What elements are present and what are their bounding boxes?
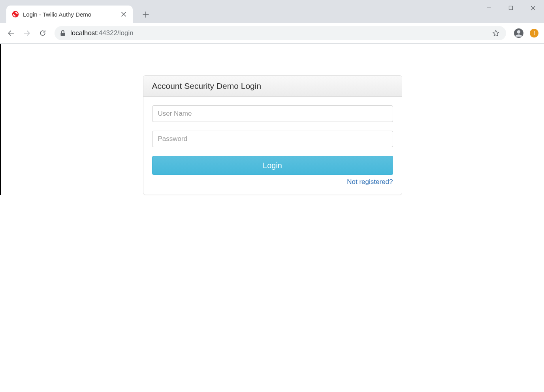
login-button[interactable]: Login [152, 156, 393, 175]
address-bar[interactable]: localhost:44322/login [55, 26, 506, 40]
browser-chrome: Login - Twilio Authy Demo [0, 0, 544, 44]
tab-title: Login - Twilio Authy Demo [23, 11, 119, 18]
lock-icon [59, 30, 66, 37]
back-button[interactable] [4, 26, 18, 40]
window-maximize-button[interactable] [500, 0, 522, 16]
window-close-button[interactable] [522, 0, 544, 16]
page-viewport: Account Security Demo Login Login Not re… [0, 44, 544, 195]
not-registered-link[interactable]: Not registered? [152, 178, 393, 186]
bookmark-star-icon[interactable] [490, 28, 501, 39]
username-input[interactable] [152, 105, 393, 122]
panel-body: Login Not registered? [143, 97, 402, 195]
password-input[interactable] [152, 131, 393, 147]
login-panel: Account Security Demo Login Login Not re… [143, 75, 402, 195]
tab-close-icon[interactable] [119, 10, 128, 19]
reload-button[interactable] [36, 26, 50, 40]
svg-rect-2 [61, 33, 65, 36]
svg-point-4 [517, 30, 521, 34]
window-minimize-button[interactable] [478, 0, 500, 16]
profile-avatar-icon[interactable] [513, 28, 524, 39]
new-tab-button[interactable] [140, 9, 152, 21]
url-host: localhost [70, 29, 97, 37]
url-text: localhost:44322/login [70, 29, 134, 37]
browser-alert-icon[interactable]: ! [530, 29, 538, 38]
browser-tab[interactable]: Login - Twilio Authy Demo [6, 6, 133, 23]
svg-rect-1 [509, 6, 513, 10]
window-controls [478, 0, 544, 16]
panel-title: Account Security Demo Login [143, 76, 402, 97]
authy-favicon-icon [12, 11, 19, 18]
url-rest: :44322/login [97, 29, 134, 37]
forward-button[interactable] [20, 26, 34, 40]
browser-toolbar: localhost:44322/login ! [0, 23, 544, 43]
browser-titlebar: Login - Twilio Authy Demo [0, 0, 544, 23]
